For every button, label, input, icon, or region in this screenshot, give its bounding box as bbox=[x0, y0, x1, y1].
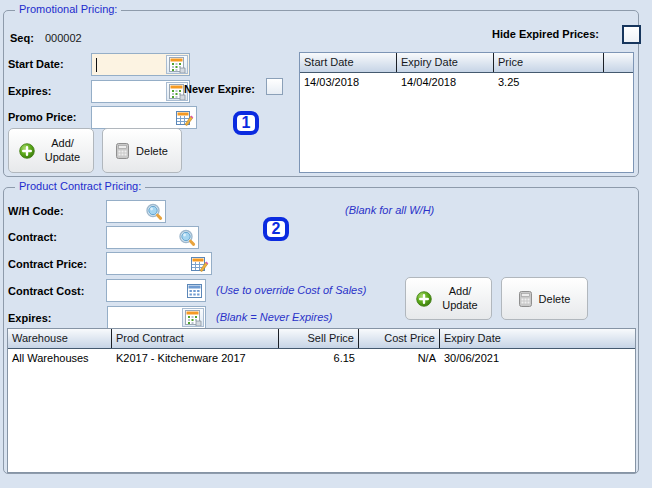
cell-sell-price: 6.15 bbox=[279, 349, 359, 367]
column-header-filler bbox=[604, 53, 633, 72]
cell-prod-contract: K2017 - Kitchenware 2017 bbox=[112, 349, 279, 367]
pricing-window: Promotional Pricing: Seq: 000002 Start D… bbox=[0, 0, 652, 488]
promo-delete-button[interactable]: Delete bbox=[102, 128, 182, 173]
add-update-label: Add/ Update bbox=[42, 137, 84, 165]
seq-label: Seq: bbox=[10, 32, 34, 44]
green-plus-icon bbox=[19, 143, 35, 159]
cell-expiry-date: 14/04/2018 bbox=[397, 73, 494, 91]
promo-add-update-button[interactable]: Add/ Update bbox=[8, 128, 94, 173]
text-caret bbox=[96, 58, 97, 72]
wh-code-input[interactable] bbox=[107, 201, 143, 222]
contract-table-row[interactable]: All Warehouses K2017 - Kitchenware 2017 … bbox=[8, 349, 635, 367]
promo-table-header: Start Date Expiry Date Price bbox=[300, 53, 633, 73]
search-icon[interactable] bbox=[143, 202, 165, 221]
cell-warehouse: All Warehouses bbox=[8, 349, 112, 367]
promotional-pricing-title: Promotional Pricing: bbox=[15, 3, 121, 15]
cell-start-date: 14/03/2018 bbox=[300, 73, 397, 91]
expires-field[interactable] bbox=[91, 80, 190, 103]
hide-expired-checkbox[interactable] bbox=[622, 25, 641, 44]
contract-expires-hint: (Blank = Never Expires) bbox=[216, 311, 332, 323]
contract-price-label: Contract Price: bbox=[8, 258, 87, 270]
callout-marker-1: 1 bbox=[233, 111, 259, 135]
never-expire-label: Never Expire: bbox=[184, 83, 255, 95]
column-header-start-date[interactable]: Start Date bbox=[300, 53, 397, 72]
cell-cost-price: N/A bbox=[359, 349, 440, 367]
contract-expires-field[interactable] bbox=[107, 306, 206, 329]
seq-value: 000002 bbox=[45, 32, 82, 44]
gray-calculator-icon bbox=[519, 291, 532, 307]
expires-label: Expires: bbox=[8, 85, 51, 97]
contract-cost-hint: (Use to override Cost of Sales) bbox=[216, 284, 366, 296]
gray-calculator-icon bbox=[116, 143, 129, 159]
contract-delete-button[interactable]: Delete bbox=[501, 277, 588, 320]
delete-label: Delete bbox=[136, 145, 168, 157]
contract-field[interactable] bbox=[106, 226, 199, 249]
column-header-warehouse[interactable]: Warehouse bbox=[8, 329, 112, 348]
product-contract-pricing-section: Product Contract Pricing: W/H Code: (Bla… bbox=[3, 187, 639, 474]
column-header-prod-contract[interactable]: Prod Contract bbox=[112, 329, 279, 348]
promo-price-input[interactable] bbox=[92, 107, 174, 128]
price-edit-icon[interactable] bbox=[174, 108, 196, 127]
contract-input[interactable] bbox=[107, 227, 176, 248]
contract-table-header: Warehouse Prod Contract Sell Price Cost … bbox=[8, 329, 635, 349]
promo-table-row[interactable]: 14/03/2018 14/04/2018 3.25 bbox=[300, 73, 633, 91]
delete-label: Delete bbox=[539, 293, 571, 305]
callout-marker-2: 2 bbox=[263, 217, 289, 241]
column-header-expiry-date[interactable]: Expiry Date bbox=[397, 53, 494, 72]
column-header-sell-price[interactable]: Sell Price bbox=[279, 329, 359, 348]
calendar-icon[interactable] bbox=[182, 308, 204, 327]
contract-add-update-button[interactable]: Add/ Update bbox=[405, 277, 492, 320]
promotional-pricing-section: Promotional Pricing: Seq: 000002 Start D… bbox=[3, 10, 639, 177]
contract-price-field[interactable] bbox=[106, 252, 212, 275]
start-date-input[interactable] bbox=[92, 54, 165, 75]
never-expire-checkbox[interactable] bbox=[266, 78, 283, 95]
contract-cost-label: Contract Cost: bbox=[8, 285, 84, 297]
start-date-label: Start Date: bbox=[8, 58, 64, 70]
contract-expires-input[interactable] bbox=[108, 307, 181, 328]
green-plus-icon bbox=[416, 291, 432, 307]
calculator-icon[interactable] bbox=[183, 281, 205, 300]
column-header-expiry-date[interactable]: Expiry Date bbox=[440, 329, 635, 348]
contract-cost-field[interactable] bbox=[106, 279, 206, 302]
price-edit-icon[interactable] bbox=[189, 254, 211, 273]
start-date-field[interactable] bbox=[91, 53, 190, 76]
search-icon[interactable] bbox=[176, 228, 198, 247]
add-update-label: Add/ Update bbox=[439, 285, 481, 313]
contract-label: Contract: bbox=[8, 231, 57, 243]
contract-cost-input[interactable] bbox=[107, 280, 183, 301]
column-header-price[interactable]: Price bbox=[494, 53, 604, 72]
contract-expires-label: Expires: bbox=[8, 312, 51, 324]
wh-code-field[interactable] bbox=[106, 200, 166, 223]
wh-code-label: W/H Code: bbox=[8, 205, 64, 217]
cell-expiry-date: 30/06/2021 bbox=[440, 349, 635, 367]
calendar-icon[interactable] bbox=[166, 55, 188, 74]
promo-price-field[interactable] bbox=[91, 106, 197, 129]
contract-price-input[interactable] bbox=[107, 253, 189, 274]
column-header-cost-price[interactable]: Cost Price bbox=[359, 329, 440, 348]
cell-price: 3.25 bbox=[494, 73, 604, 91]
promo-price-label: Promo Price: bbox=[8, 111, 76, 123]
product-contract-pricing-title: Product Contract Pricing: bbox=[15, 180, 145, 192]
expires-input[interactable] bbox=[92, 81, 165, 102]
wh-code-hint: (Blank for all W/H) bbox=[345, 204, 434, 216]
promo-price-table: Start Date Expiry Date Price 14/03/2018 … bbox=[299, 52, 634, 173]
hide-expired-label: Hide Expired Prices: bbox=[492, 28, 599, 40]
contract-price-table: Warehouse Prod Contract Sell Price Cost … bbox=[7, 328, 636, 473]
